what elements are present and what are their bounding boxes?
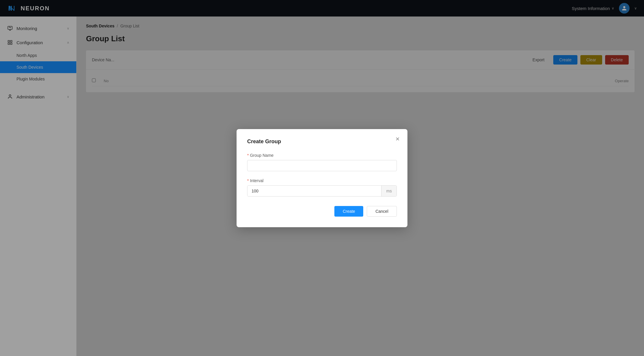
required-star-interval: * <box>247 178 249 183</box>
modal-cancel-button[interactable]: Cancel <box>367 206 397 217</box>
modal-close-button[interactable]: ✕ <box>393 135 402 143</box>
interval-suffix: ms <box>381 186 397 196</box>
modal-overlay: Create Group ✕ * Group Name * Interval m… <box>0 0 644 356</box>
group-name-label: * Group Name <box>247 153 397 158</box>
interval-input-wrapper: ms <box>247 185 397 197</box>
required-star-group-name: * <box>247 153 249 158</box>
interval-label: * Interval <box>247 178 397 183</box>
interval-field: * Interval ms <box>247 178 397 197</box>
modal-create-button[interactable]: Create <box>334 206 363 217</box>
create-group-modal: Create Group ✕ * Group Name * Interval m… <box>237 129 407 227</box>
interval-input[interactable] <box>247 186 381 196</box>
group-name-input[interactable] <box>247 160 397 171</box>
group-name-field: * Group Name <box>247 153 397 171</box>
modal-title: Create Group <box>247 139 397 145</box>
modal-footer: Create Cancel <box>247 206 397 217</box>
